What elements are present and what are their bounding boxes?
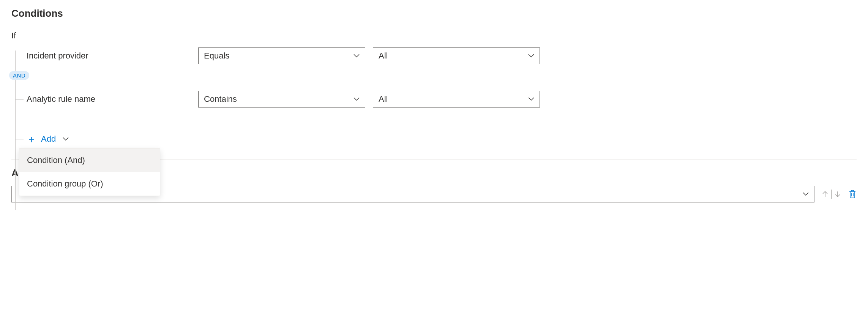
chevron-down-icon (803, 191, 809, 197)
chevron-down-icon (528, 96, 534, 102)
if-label: If (11, 31, 857, 41)
tree-connector (15, 99, 24, 100)
move-down-icon[interactable] (834, 190, 841, 198)
condition-operator-dropdown[interactable]: Equals (198, 47, 365, 64)
dropdown-value: Equals (204, 51, 229, 61)
condition-field-label: Incident provider (20, 51, 191, 61)
action-reorder-controls (821, 190, 841, 199)
menu-item-condition-group-or[interactable]: Condition group (Or) (19, 172, 160, 196)
dropdown-value: All (379, 94, 388, 104)
add-label: Add (41, 134, 56, 144)
chevron-down-icon (528, 53, 534, 59)
chevron-down-icon (354, 53, 360, 59)
and-operator-badge: AND (9, 71, 29, 80)
conditions-title: Conditions (11, 8, 857, 19)
move-up-icon[interactable] (821, 190, 829, 198)
plus-icon: ＋ (27, 134, 36, 144)
conditions-section: Conditions If AND Incident provider Equa… (11, 8, 857, 144)
condition-field-label: Analytic rule name (20, 94, 191, 104)
condition-row: Incident provider Equals All (20, 47, 857, 64)
add-condition-button[interactable]: ＋ Add (20, 134, 857, 144)
dropdown-value: All (379, 51, 388, 61)
dropdown-value: Contains (204, 94, 237, 104)
add-condition-menu: Condition (And) Condition group (Or) (19, 148, 160, 196)
menu-item-condition-and[interactable]: Condition (And) (19, 149, 160, 172)
condition-value-dropdown[interactable]: All (373, 91, 540, 108)
condition-operator-dropdown[interactable]: Contains (198, 91, 365, 108)
conditions-block: AND Incident provider Equals All Analyti… (11, 47, 857, 144)
delete-icon[interactable] (848, 190, 857, 199)
condition-value-dropdown[interactable]: All (373, 47, 540, 64)
tree-connector (15, 139, 24, 139)
condition-row: Analytic rule name Contains All (20, 91, 857, 108)
chevron-down-icon (354, 96, 360, 102)
chevron-down-icon (63, 137, 69, 141)
separator (831, 190, 832, 199)
tree-connector (15, 56, 24, 56)
